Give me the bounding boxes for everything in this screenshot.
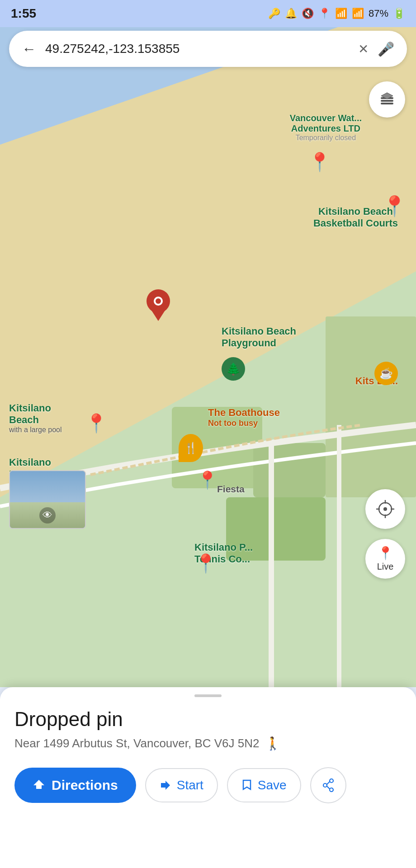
live-label: Live <box>377 561 394 572</box>
key-icon: 🔑 <box>268 8 280 19</box>
pin-boathouse: 🍴 <box>179 434 203 462</box>
share-button[interactable] <box>310 767 346 803</box>
svg-point-23 <box>330 779 333 783</box>
dropped-pin-title: Dropped pin <box>14 708 402 731</box>
search-bar[interactable]: ← 49.275242,-123.153855 ✕ 🎤 <box>9 31 407 67</box>
svg-point-10 <box>156 298 161 304</box>
svg-point-16 <box>383 507 387 511</box>
svg-line-26 <box>327 782 330 784</box>
place-label-boathouse: The Boathouse Not too busy <box>208 407 280 428</box>
pin-fiesta: 📍 <box>197 470 218 490</box>
svg-point-25 <box>330 788 333 792</box>
pin-basketball: 📍 <box>382 194 407 218</box>
place-label-kits-beach: Kitsilano Beach with a large pool <box>9 402 62 434</box>
thumbnail-eye-icon: 👁 <box>39 507 56 524</box>
directions-button[interactable]: Directions <box>14 768 136 803</box>
pin-water-adventures: 📍 <box>308 151 331 173</box>
save-label: Save <box>258 778 287 793</box>
alert-icon: 🔔 <box>285 8 297 19</box>
dropped-pin <box>146 288 171 323</box>
bottom-sheet: Dropped pin Near 1499 Arbutus St, Vancou… <box>0 687 416 868</box>
start-button[interactable]: Start <box>145 768 218 802</box>
pin-tennis: 📍 <box>194 553 217 574</box>
svg-marker-8 <box>150 308 166 321</box>
pin-kits-be: ☕ <box>374 362 398 385</box>
sheet-actions: Directions Start Save <box>14 767 402 803</box>
svg-rect-13 <box>381 103 393 104</box>
sheet-address: Near 1499 Arbutus St, Vancouver, BC V6J … <box>14 736 402 751</box>
status-icons: 🔑 🔔 🔇 📍 📶 📶 87% 🔋 <box>268 8 405 19</box>
svg-rect-4 <box>253 443 326 497</box>
address-text: Near 1499 Arbutus St, Vancouver, BC V6J … <box>14 736 260 750</box>
mic-button[interactable]: 🎤 <box>378 41 394 57</box>
map-view[interactable]: Vancouver Wat... Adventures LTD Temporar… <box>0 0 416 687</box>
search-coordinates[interactable]: 49.275242,-123.153855 <box>45 42 349 56</box>
mute-icon: 🔇 <box>302 8 314 19</box>
live-pin-icon: 📍 <box>378 546 393 561</box>
clear-button[interactable]: ✕ <box>358 42 369 57</box>
live-button[interactable]: 📍 Live <box>365 539 405 579</box>
signal-icon: 📶 <box>352 8 364 19</box>
pin-kits-beach: 📍 <box>85 413 108 434</box>
pin-playground-icon: 🌲 <box>222 357 245 381</box>
back-button[interactable]: ← <box>22 41 36 57</box>
directions-label: Directions <box>52 778 118 793</box>
save-button[interactable]: Save <box>227 768 301 802</box>
svg-rect-11 <box>381 100 393 102</box>
place-label-water-adventures: Vancouver Wat... Adventures LTD Temporar… <box>290 113 362 142</box>
walk-icon: 🚶 <box>265 736 281 751</box>
status-bar: 1:55 🔑 🔔 🔇 📍 📶 📶 87% 🔋 <box>0 0 416 27</box>
wifi-icon: 📶 <box>335 8 347 19</box>
battery-text: 87% <box>369 8 388 19</box>
map-thumbnail[interactable]: 👁 <box>9 470 86 529</box>
battery-icon: 🔋 <box>393 8 405 19</box>
svg-marker-22 <box>161 781 170 790</box>
location-button[interactable] <box>365 489 405 529</box>
svg-point-24 <box>323 783 327 787</box>
sheet-handle <box>194 694 222 697</box>
location-icon: 📍 <box>318 8 331 19</box>
start-label: Start <box>177 778 203 793</box>
layer-toggle-button[interactable] <box>369 81 405 118</box>
svg-marker-21 <box>33 780 44 789</box>
place-label-fiesta: Fiesta <box>217 484 245 495</box>
svg-line-27 <box>327 786 330 789</box>
place-label-playground: Kitsilano Beach Playground <box>222 326 296 349</box>
status-time: 1:55 <box>11 6 36 21</box>
